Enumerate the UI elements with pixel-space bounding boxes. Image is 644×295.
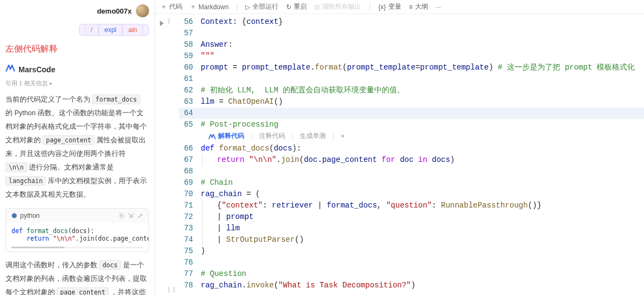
line-number: 58 <box>179 39 201 51</box>
line-content: def format_docs(docs): <box>201 143 301 154</box>
line-number: 75 <box>179 246 201 257</box>
code-area[interactable]: 56Context: {context}5758Answer:59"""60pr… <box>179 14 644 295</box>
restart-button[interactable]: ↻ 重启 <box>286 2 307 11</box>
code-line[interactable]: 69# Chain <box>179 177 644 189</box>
line-content: ) <box>201 246 205 257</box>
code-line[interactable]: 75) <box>179 246 644 257</box>
code-line[interactable]: 59""" <box>179 51 644 62</box>
line-content: | StrOutputParser() <box>201 234 304 246</box>
code-line[interactable]: 77# Question <box>179 268 644 280</box>
code-line[interactable]: 56Context: {context} <box>179 16 644 28</box>
cell-gutter <box>155 14 168 295</box>
line-number: 57 <box>179 28 201 39</box>
line-number: 71 <box>179 200 201 211</box>
more-button[interactable]: ··· <box>436 3 441 11</box>
explain-command[interactable]: /explain <box>79 24 149 36</box>
line-content: # Chain <box>201 177 233 189</box>
codelens-gentest[interactable]: 生成单测 <box>300 131 326 142</box>
codelens-explain[interactable]: 解释代码 <box>208 131 244 142</box>
expand-icon[interactable]: ⤢ <box>138 212 143 219</box>
line-content: # Post-processing <box>201 119 278 130</box>
line-content: | prompt <box>201 211 253 223</box>
codelens-close-icon[interactable]: ✕ <box>341 131 345 142</box>
username: demo007x <box>97 7 132 15</box>
line-number: 77 <box>179 268 201 280</box>
line-content: """ <box>201 51 214 62</box>
brand-name: MarsCode <box>18 65 55 74</box>
code-line[interactable]: 66def format_docs(docs): <box>179 143 644 154</box>
code-line[interactable]: 71{"context": retriever | format_docs, "… <box>179 200 644 211</box>
line-number: 74 <box>179 234 201 246</box>
brand-row: MarsCode <box>5 61 149 77</box>
line-content: Answer: <box>201 39 233 51</box>
insert-icon[interactable]: ⇲ <box>128 212 133 219</box>
clear-output-button[interactable]: ⊟ 清除所有输出 <box>314 2 361 11</box>
codelens-comment[interactable]: 注释代码 <box>259 131 285 142</box>
code-scrollbar[interactable] <box>11 247 143 248</box>
line-content: rag_chain.invoke("What is Task Decomposi… <box>201 280 416 291</box>
code-snippet-card: ⬢python ⎘ ⇲ ⤢ def format_docs(docs): ret… <box>5 208 149 252</box>
code-line[interactable]: 78rag_chain.invoke("What is Task Decompo… <box>179 280 644 291</box>
line-number: 60 <box>179 62 201 73</box>
line-number: 64 <box>179 108 201 119</box>
explain-pill: /explain <box>5 24 149 36</box>
line-number: 56 <box>179 16 201 28</box>
line-number: 68 <box>179 166 201 177</box>
cell-bracket: ⌈⌊ ⌋ <box>168 14 179 295</box>
description-1: 当前的代码定义了一个名为 format_docs 的 Python 函数。这个函… <box>5 93 149 202</box>
code-line[interactable]: 61 <box>179 73 644 85</box>
variables-button[interactable]: {x} 变量 <box>379 2 401 11</box>
line-content: # 初始化 LLM, LLM 的配置会自动获取环境变量中的值。 <box>201 85 405 96</box>
marscode-icon <box>5 64 15 75</box>
reference-toggle[interactable]: 引用 1 相关信息 <box>5 77 149 93</box>
line-number: 72 <box>179 211 201 223</box>
line-number: 70 <box>179 189 201 200</box>
code-line[interactable]: 76 <box>179 257 644 268</box>
code-line[interactable]: 73| llm <box>179 223 644 234</box>
line-number: 61 <box>179 73 201 85</box>
code-line[interactable]: 57 <box>179 28 644 39</box>
code-line[interactable]: 70rag_chain = ( <box>179 189 644 200</box>
code-line[interactable]: 63llm = ChatOpenAI() <box>179 96 644 108</box>
line-content: rag_chain = ( <box>201 189 260 200</box>
notebook-toolbar: ＋ 代码 ＋ Markdown | ▷ 全部运行 ↻ 重启 ⊟ 清除所有输出 |… <box>155 0 644 14</box>
python-icon: ⬢ <box>11 212 17 219</box>
line-number: 59 <box>179 51 201 62</box>
user-row: demo007x <box>5 0 149 22</box>
code-line[interactable]: 58Answer: <box>179 39 644 51</box>
line-number: 67 <box>179 154 201 166</box>
line-number: 65 <box>179 119 201 130</box>
code-line[interactable]: 68 <box>179 166 644 177</box>
line-content: | llm <box>201 223 240 234</box>
red-annotation-title: 左侧代码解释 <box>5 40 149 61</box>
code-line[interactable]: 62# 初始化 LLM, LLM 的配置会自动获取环境变量中的值。 <box>179 85 644 96</box>
code-line[interactable]: 74| StrOutputParser() <box>179 234 644 246</box>
line-number: 76 <box>179 257 201 268</box>
description-2: 调用这个函数时，传入的参数 docs 是一个文档对象的列表，函数会遍历这个列表，… <box>5 259 149 295</box>
add-markdown-button[interactable]: ＋ Markdown <box>190 2 228 11</box>
code-line[interactable]: 67return "\n\n".join(doc.page_content fo… <box>179 154 644 166</box>
run-cell-button[interactable] <box>160 21 164 26</box>
line-number: 73 <box>179 223 201 234</box>
line-number: 66 <box>179 143 201 154</box>
code-line[interactable]: 60prompt = prompt_template.format(prompt… <box>179 62 644 73</box>
line-number: 78 <box>179 280 201 291</box>
line-content: {"context": retriever | format_docs, "qu… <box>201 200 542 211</box>
code-line[interactable]: 65# Post-processing <box>179 119 644 130</box>
outline-button[interactable]: ≡ 大纲 <box>409 2 428 11</box>
code-line[interactable]: 64 <box>179 108 644 119</box>
code-header: ⬢python ⎘ ⇲ ⤢ <box>6 209 148 223</box>
avatar[interactable] <box>136 4 149 17</box>
add-code-button[interactable]: ＋ 代码 <box>160 2 182 11</box>
line-content: return "\n\n".join(doc.page_content for … <box>201 154 455 166</box>
line-number: 69 <box>179 177 201 189</box>
code-language: ⬢python <box>11 212 40 219</box>
editor[interactable]: ⌈⌊ ⌋ 56Context: {context}5758Answer:59""… <box>155 14 644 295</box>
run-all-button[interactable]: ▷ 全部运行 <box>245 2 278 11</box>
copy-icon[interactable]: ⎘ <box>120 212 123 219</box>
line-content: llm = ChatOpenAI() <box>201 96 283 108</box>
line-content: Context: {context} <box>201 16 283 28</box>
sidebar: demo007x /explain 左侧代码解释 MarsCode 引用 1 相… <box>0 0 155 295</box>
line-content: prompt = prompt_template.format(prompt_t… <box>201 62 635 73</box>
code-line[interactable]: 72| prompt <box>179 211 644 223</box>
